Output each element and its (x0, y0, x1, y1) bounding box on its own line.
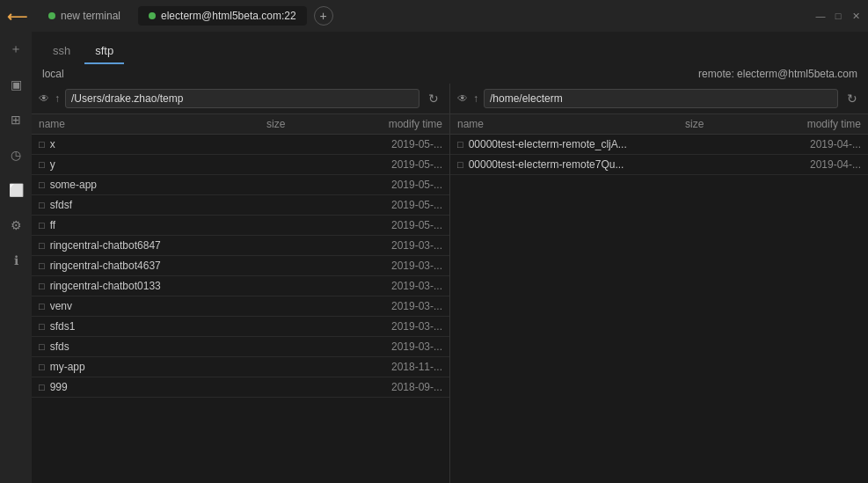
sidebar-info-icon[interactable]: ℹ (5, 250, 26, 271)
main-content: ssh sftp local remote: electerm@html5bet… (32, 32, 868, 483)
file-name: y (50, 158, 266, 171)
remote-col-mtime: modify time (755, 118, 861, 130)
local-col-header: name size modify time (32, 114, 449, 135)
remote-col-size: size (685, 118, 755, 130)
main-layout: ＋ ▣ ⊞ ◷ ⬜ ⚙ ℹ ssh sftp local remote: ele… (0, 32, 868, 483)
list-item[interactable]: □ sfds1 2019-03-... (32, 317, 449, 337)
add-tab-icon: + (320, 9, 327, 23)
folder-icon: □ (39, 220, 45, 231)
list-item[interactable]: □ ff 2019-05-... (32, 216, 449, 236)
folder-icon: □ (39, 382, 45, 392)
pane-labels: local remote: electerm@html5beta.com (32, 64, 868, 84)
file-browser: 👁 ↑ ↻ name size modify time □ x 2019-05-… (32, 84, 868, 483)
folder-icon: □ (39, 159, 45, 170)
file-mtime: 2019-03-... (337, 239, 442, 252)
list-item[interactable]: □ 00000test-electerm-remote_cljA... 2019… (450, 135, 868, 155)
remote-path-input[interactable] (484, 89, 838, 108)
file-mtime: 2019-03-... (337, 300, 442, 312)
file-mtime: 2019-04-... (755, 158, 861, 171)
file-mtime: 2019-03-... (337, 320, 442, 333)
folder-icon: □ (39, 139, 45, 150)
file-mtime: 2019-04-... (755, 138, 861, 150)
list-item[interactable]: □ some-app 2019-05-... (32, 175, 449, 195)
list-item[interactable]: □ ringcentral-chatbot0133 2019-03-... (32, 276, 449, 296)
list-item[interactable]: □ sfds 2019-03-... (32, 337, 449, 357)
file-mtime: 2019-05-... (337, 219, 442, 231)
file-mtime: 2019-03-... (337, 260, 442, 272)
file-name: 00000test-electerm-remote_cljA... (469, 138, 685, 150)
remote-file-list: □ 00000test-electerm-remote_cljA... 2019… (450, 135, 868, 483)
folder-icon: □ (39, 179, 45, 190)
file-mtime: 2019-03-... (337, 280, 442, 292)
file-name: 999 (50, 381, 266, 393)
file-name: sfdsf (50, 199, 266, 211)
remote-refresh-button[interactable]: ↻ (843, 90, 861, 107)
local-path-input[interactable] (65, 89, 419, 108)
tab-electerm[interactable]: electerm@html5beta.com:22 (138, 6, 307, 26)
remote-eye-icon[interactable]: 👁 (457, 92, 468, 105)
file-mtime: 2019-05-... (337, 138, 442, 150)
tab-new-terminal[interactable]: new terminal (38, 6, 131, 26)
local-file-list: □ x 2019-05-... □ y 2019-05-... □ some-a… (32, 135, 449, 483)
list-item[interactable]: □ y 2019-05-... (32, 155, 449, 175)
folder-icon: □ (39, 240, 45, 251)
list-item[interactable]: □ ringcentral-chatbot4637 2019-03-... (32, 256, 449, 276)
tab-label: new terminal (61, 10, 120, 22)
sidebar-image-icon[interactable]: ⬜ (5, 179, 26, 201)
file-name: ff (50, 219, 266, 231)
local-refresh-button[interactable]: ↻ (425, 90, 442, 107)
remote-up-icon[interactable]: ↑ (473, 92, 478, 105)
file-name: x (50, 138, 266, 150)
folder-icon: □ (39, 301, 45, 311)
list-item[interactable]: □ sfdsf 2019-05-... (32, 195, 449, 216)
folder-icon: □ (39, 362, 45, 372)
list-item[interactable]: □ x 2019-05-... (32, 135, 449, 155)
file-name: sfds (50, 340, 266, 353)
add-tab-button[interactable]: + (314, 6, 333, 26)
file-name: my-app (50, 361, 266, 373)
list-item[interactable]: □ venv 2019-03-... (32, 296, 449, 317)
sidebar-history-icon[interactable]: ◷ (5, 144, 26, 165)
tab-dot (149, 12, 156, 19)
sidebar-terminal-icon[interactable]: ▣ (5, 74, 26, 95)
file-name: ringcentral-chatbot6847 (50, 239, 266, 252)
remote-col-name: name (457, 118, 685, 130)
protocol-tabs: ssh sftp (32, 32, 868, 64)
tab-label: electerm@html5beta.com:22 (161, 10, 296, 22)
remote-label: remote: electerm@html5beta.com (450, 68, 858, 80)
tab-ssh[interactable]: ssh (42, 39, 81, 64)
folder-icon: □ (39, 200, 45, 210)
file-mtime: 2019-03-... (337, 340, 442, 353)
file-name: ringcentral-chatbot4637 (50, 260, 266, 272)
file-name: ringcentral-chatbot0133 (50, 280, 266, 292)
tab-dot (48, 12, 55, 19)
file-mtime: 2018-09-... (337, 381, 442, 393)
file-mtime: 2019-05-... (337, 158, 442, 171)
close-button[interactable]: ✕ (850, 11, 861, 21)
file-mtime: 2019-05-... (337, 199, 442, 211)
remote-path-bar: 👁 ↑ ↻ (450, 84, 868, 114)
list-item[interactable]: □ ringcentral-chatbot6847 2019-03-... (32, 236, 449, 256)
titlebar: ⟵ new terminal electerm@html5beta.com:22… (0, 0, 868, 32)
sidebar-files-icon[interactable]: ⊞ (5, 109, 26, 130)
file-name: 00000test-electerm-remote7Qu... (469, 158, 685, 171)
tab-sftp[interactable]: sftp (84, 39, 124, 64)
sidebar-add-icon[interactable]: ＋ (5, 39, 26, 60)
file-name: some-app (50, 179, 266, 191)
local-pane: 👁 ↑ ↻ name size modify time □ x 2019-05-… (32, 84, 450, 483)
list-item[interactable]: □ 00000test-electerm-remote7Qu... 2019-0… (450, 155, 868, 175)
maximize-button[interactable]: □ (833, 11, 843, 21)
local-eye-icon[interactable]: 👁 (39, 92, 49, 105)
local-col-size: size (266, 118, 337, 130)
list-item[interactable]: □ my-app 2018-11-... (32, 357, 449, 377)
folder-icon: □ (457, 159, 463, 170)
minimize-button[interactable]: — (815, 11, 826, 21)
list-item[interactable]: □ 999 2018-09-... (32, 377, 449, 398)
app-logo: ⟵ (7, 8, 27, 25)
sidebar-settings-icon[interactable]: ⚙ (5, 215, 26, 236)
local-up-icon[interactable]: ↑ (55, 92, 60, 105)
folder-icon: □ (39, 281, 45, 291)
window-controls: — □ ✕ (815, 11, 861, 21)
file-mtime: 2019-05-... (337, 179, 442, 191)
file-name: venv (50, 300, 266, 312)
